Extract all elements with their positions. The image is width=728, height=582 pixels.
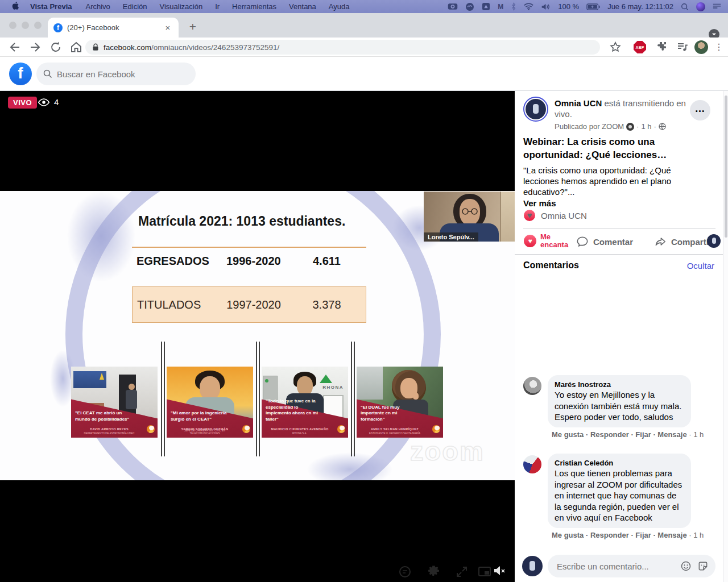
back-button[interactable] — [8, 40, 22, 54]
comment-input-pill[interactable] — [548, 555, 715, 577]
player-settings-button[interactable] — [427, 565, 440, 579]
share-button[interactable]: Compartir — [654, 235, 712, 248]
published-via: Publicado por ZOOM — [555, 121, 624, 132]
page-avatar-live-ring[interactable] — [523, 97, 548, 122]
menubar-menus: Vista Previa Archivo Edición Visualizaci… — [0, 1, 355, 12]
post-time[interactable]: 1 h — [641, 121, 651, 132]
commenter-avatar[interactable] — [523, 455, 541, 473]
menu-herramientas[interactable]: Herramientas — [226, 2, 283, 11]
menubar-app-name[interactable]: Vista Previa — [24, 2, 79, 11]
card-quote: "El CEAT me abrió un mundo de posibilida… — [75, 410, 134, 422]
menu-ir[interactable]: Ir — [209, 2, 226, 11]
menu-ayuda[interactable]: Ayuda — [322, 2, 356, 11]
address-bar[interactable]: facebook.com/omniaucn/videos/24625397375… — [85, 40, 600, 55]
live-video-player[interactable]: VIVO 4 Matrícula 2021: 1013 estudiantes.… — [0, 91, 515, 582]
browser-tab-facebook[interactable]: f (20+) Facebook × — [48, 18, 179, 38]
app-launcher-icon[interactable] — [482, 2, 490, 11]
page-name[interactable]: Omnia UCN — [555, 98, 602, 108]
extensions-puzzle-button[interactable] — [654, 40, 668, 54]
spotlight-icon[interactable] — [681, 3, 689, 11]
player-fullscreen-button[interactable] — [455, 565, 469, 579]
window-minimize-button[interactable] — [22, 22, 29, 29]
page-avatar — [526, 99, 546, 119]
separator-dot: · — [636, 121, 639, 132]
row-label: TITULADOS — [133, 298, 226, 311]
window-zoom-button[interactable] — [34, 22, 42, 29]
commenter-name[interactable]: Marés Inostroza — [555, 380, 684, 389]
comment-time[interactable]: 1 h — [693, 430, 704, 439]
comment-bubble[interactable]: Marés Inostroza Yo estoy en Mejillones y… — [548, 375, 691, 427]
volume-icon[interactable] — [541, 3, 551, 11]
comment-button[interactable]: Comentar — [576, 235, 633, 248]
reacting-page-name: Omnia UCN — [541, 211, 587, 221]
commenter-avatar[interactable] — [523, 377, 541, 395]
creative-cloud-icon[interactable] — [465, 2, 474, 11]
search-input[interactable] — [57, 69, 176, 79]
apple-menu[interactable] — [7, 1, 24, 12]
row-value: 3.378 — [312, 298, 366, 311]
viewer-count: 4 — [38, 97, 59, 107]
slide-title: Matrícula 2021: 1013 estudiantes. — [138, 214, 345, 229]
love-reaction-icon: ♥ — [524, 235, 536, 247]
comment-input[interactable] — [557, 562, 675, 571]
comments-header: Comentarios — [523, 260, 579, 271]
post-options-button[interactable]: … — [690, 100, 710, 120]
facebook-logo[interactable]: f — [9, 63, 32, 85]
menu-archivo[interactable]: Archivo — [79, 2, 116, 11]
commenter-name[interactable]: Cristian Celedón — [555, 458, 684, 468]
comment-icon — [576, 235, 589, 248]
url-domain: facebook.com — [104, 43, 151, 52]
wifi-icon[interactable] — [524, 3, 533, 10]
card-person-role: ESTUDIANTE U. FEDERICO SANTA MARÍA — [361, 432, 428, 435]
menu-ventana[interactable]: Ventana — [283, 2, 322, 11]
bluetooth-icon[interactable] — [511, 2, 516, 11]
home-button[interactable] — [69, 40, 83, 54]
tab-close-icon[interactable]: × — [163, 23, 173, 32]
comment-action-links[interactable]: Me gusta · Responder · Fijar · Mensaje — [552, 531, 687, 539]
menubar-clock[interactable]: Jue 6 may. 12:11:02 — [607, 2, 673, 11]
commenter-mini-avatar[interactable] — [707, 234, 721, 248]
browser-menu-button[interactable]: ⋮ — [714, 40, 723, 55]
malwarebytes-icon[interactable]: M — [498, 3, 503, 11]
forward-button[interactable] — [28, 40, 42, 54]
menu-visualizacion[interactable]: Visualización — [153, 2, 209, 11]
menu-edicion[interactable]: Edición — [117, 2, 154, 11]
reload-button[interactable] — [49, 40, 63, 54]
testimonial-card-4: "El DUAL fue muy importante en mi formac… — [357, 367, 443, 438]
love-reaction-icon: ♥ — [524, 210, 535, 221]
comment-item: Cristian Celedón Los que tienen problema… — [523, 454, 717, 539]
notification-center-icon[interactable] — [713, 3, 721, 10]
hide-comments-link[interactable]: Ocultar — [687, 261, 714, 271]
player-mute-button[interactable] — [493, 564, 506, 577]
window-close-button[interactable] — [9, 22, 16, 29]
assistant-icon[interactable] — [696, 2, 705, 11]
facebook-search[interactable] — [36, 63, 196, 85]
ceat-logo-icon — [147, 425, 155, 433]
bookmark-star-button[interactable] — [609, 40, 622, 54]
playlist-extension-button[interactable] — [676, 40, 689, 54]
testimonial-card-2: "Mi amor por la ingeniería surgió en el … — [167, 367, 253, 438]
card-person-name: DAVID ARROYO REYES — [76, 427, 143, 431]
comment-time[interactable]: 1 h — [693, 531, 704, 539]
adblock-extension-button[interactable]: ABP — [634, 41, 646, 53]
comment-actions[interactable]: Me gusta · Responder · Fijar · Mensaje ·… — [552, 531, 717, 539]
player-pip-button[interactable] — [478, 565, 491, 579]
player-comments-button[interactable] — [398, 565, 412, 579]
globe-privacy-icon — [659, 123, 666, 130]
comment-actions[interactable]: Me gusta · Responder · Fijar · Mensaje ·… — [552, 430, 717, 439]
new-tab-button[interactable]: + — [184, 19, 201, 36]
post-title: Webinar: La crisis como una oportunidad:… — [523, 135, 714, 161]
comment-action-links[interactable]: Me gusta · Responder · Fijar · Mensaje — [552, 430, 687, 439]
like-button[interactable]: ♥ Me encanta — [524, 233, 572, 249]
scrollbar-thumb[interactable] — [725, 95, 727, 238]
page-name-and-status[interactable]: Omnia UCN está transmitiendo en vivo. — [555, 98, 686, 119]
browser-profile-avatar[interactable] — [694, 40, 708, 54]
url-path: /omniaucn/videos/246253973752591/ — [151, 43, 279, 52]
see-more-link[interactable]: Ver más — [523, 198, 694, 209]
sticker-icon[interactable] — [697, 560, 709, 572]
screen-record-icon[interactable] — [448, 3, 458, 10]
panel-scrollbar[interactable] — [723, 91, 728, 582]
reaction-summary[interactable]: ♥ Omnia UCN — [524, 210, 587, 221]
emoji-icon[interactable] — [680, 560, 692, 572]
comment-bubble[interactable]: Cristian Celedón Los que tienen problema… — [548, 454, 691, 528]
